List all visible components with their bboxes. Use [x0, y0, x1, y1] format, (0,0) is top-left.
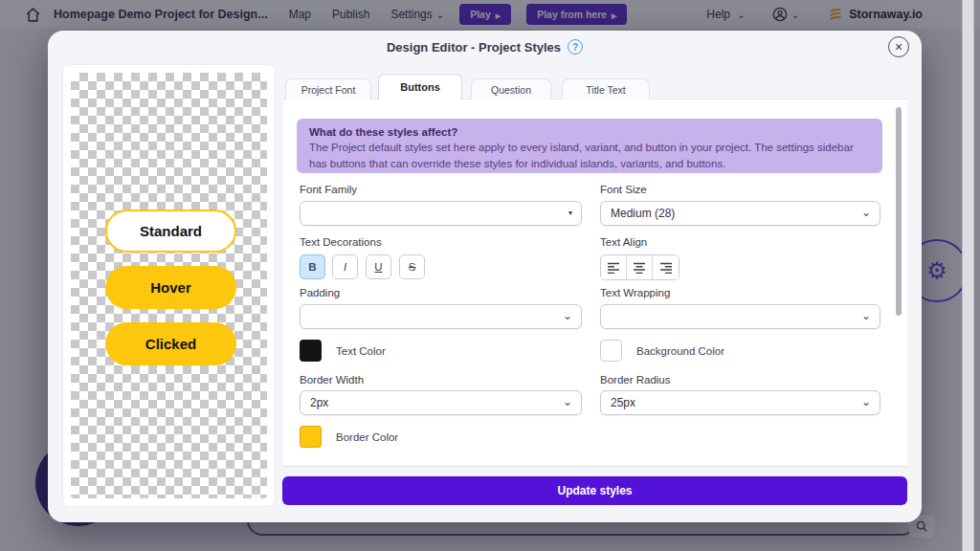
triangle-down-icon: ▾ — [568, 209, 572, 217]
align-right-button[interactable] — [653, 255, 679, 279]
text-wrapping-label: Text Wrapping — [600, 287, 670, 298]
strikethrough-button[interactable]: S — [399, 254, 425, 279]
update-styles-button[interactable]: Update styles — [282, 476, 907, 505]
text-color-swatch[interactable] — [300, 340, 322, 362]
border-radius-select[interactable]: 25px ⌄ — [600, 390, 880, 415]
text-decorations-label: Text Decorations — [300, 236, 382, 248]
screen: Homepage Demo Project for Design... Map … — [0, 0, 980, 551]
align-center-icon — [633, 262, 646, 274]
help-icon[interactable]: ? — [568, 39, 583, 55]
border-radius-label: Border Radius — [600, 374, 671, 386]
tab-project-font[interactable]: Project Font — [285, 78, 371, 99]
design-editor-modal: Design Editor - Project Styles ? × Stand… — [48, 31, 922, 522]
preview-button-standard: Standard — [105, 209, 236, 253]
tab-content-buttons: What do these styles affect? The Project… — [283, 99, 907, 467]
info-heading: What do these styles affect? — [309, 126, 870, 138]
align-left-button[interactable] — [601, 255, 627, 279]
chevron-down-icon: ⌄ — [563, 395, 572, 408]
padding-label: Padding — [300, 287, 340, 298]
border-width-label: Border Width — [300, 374, 364, 386]
align-left-icon — [607, 262, 620, 274]
text-align-label: Text Align — [600, 236, 647, 248]
chevron-down-icon: ⌄ — [563, 309, 572, 322]
info-body: The Project default styles set here appl… — [309, 140, 870, 171]
button-preview-panel: Standard Hover Clicked — [62, 64, 276, 507]
border-color-swatch[interactable] — [300, 426, 322, 448]
italic-button[interactable]: I — [332, 254, 358, 279]
close-button[interactable]: × — [888, 36, 909, 57]
preview-button-hover: Hover — [105, 266, 236, 309]
border-color-label: Border Color — [336, 431, 398, 443]
font-size-select[interactable]: Medium (28) ⌄ — [600, 201, 880, 226]
tab-buttons[interactable]: Buttons — [378, 74, 462, 99]
font-family-label: Font Family — [300, 184, 357, 195]
bold-button[interactable]: B — [300, 254, 325, 279]
page-right-sidebar-edge — [962, 0, 974, 551]
chevron-down-icon: ⌄ — [861, 309, 871, 322]
background-color-label: Background Color — [636, 345, 724, 357]
preview-button-clicked: Clicked — [105, 322, 236, 365]
text-wrapping-select[interactable]: ⌄ — [600, 304, 880, 329]
text-color-label: Text Color — [336, 345, 386, 357]
modal-scrollbar[interactable] — [896, 107, 902, 316]
modal-title: Design Editor - Project Styles — [387, 40, 561, 55]
info-box: What do these styles affect? The Project… — [297, 119, 882, 173]
padding-select[interactable]: ⌄ — [300, 304, 582, 329]
modal-header: Design Editor - Project Styles ? — [48, 39, 922, 55]
text-align-group — [600, 254, 679, 280]
align-center-button[interactable] — [627, 255, 653, 279]
background-color-swatch[interactable] — [600, 340, 622, 362]
transparency-checkerboard: Standard Hover Clicked — [71, 73, 267, 498]
border-width-select[interactable]: 2px ⌄ — [300, 390, 582, 415]
chevron-down-icon: ⌄ — [861, 395, 871, 408]
align-right-icon — [659, 262, 673, 274]
close-icon: × — [895, 39, 902, 55]
chevron-down-icon: ⌄ — [861, 206, 871, 219]
font-family-select[interactable]: ▾ — [300, 201, 582, 226]
tab-question[interactable]: Question — [471, 78, 551, 99]
font-size-label: Font Size — [600, 184, 647, 195]
underline-button[interactable]: U — [366, 254, 391, 279]
tab-title-text[interactable]: Title Text — [562, 78, 650, 99]
